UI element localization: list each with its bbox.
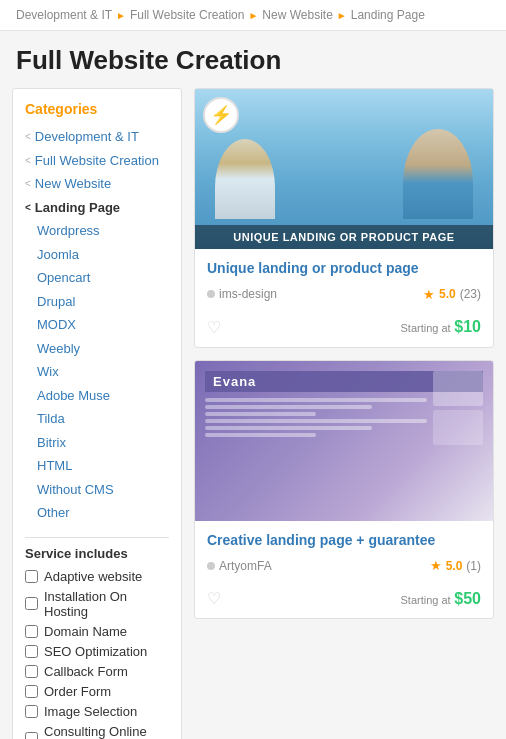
sidebar-item-newwebsite-label: New Website xyxy=(35,174,111,194)
star-2-icon: ★ xyxy=(430,558,442,573)
categories-title: Categories xyxy=(25,101,169,117)
card-2-author: ArtyomFA xyxy=(207,559,272,573)
sidebar-item-bitrix[interactable]: Bitrix xyxy=(37,431,169,455)
breadcrumb-landingpage[interactable]: Landing Page xyxy=(351,8,425,22)
mock-line-1 xyxy=(205,398,427,402)
checkbox-seo[interactable]: SEO Optimization xyxy=(25,644,169,659)
author-dot-icon xyxy=(207,290,215,298)
page-header: Full Website Creation xyxy=(0,31,506,88)
card-1: ⚡ UNIQUE LANDING OR PRODUCT PAGE Unique … xyxy=(194,88,494,348)
checkbox-orderform-input[interactable] xyxy=(25,685,38,698)
breadcrumb-fullwebsite[interactable]: Full Website Creation xyxy=(130,8,245,22)
author-dot-2-icon xyxy=(207,562,215,570)
breadcrumb: Development & IT ► Full Website Creation… xyxy=(0,0,506,31)
checkbox-callback-input[interactable] xyxy=(25,665,38,678)
sidebar-item-development-label: Development & IT xyxy=(35,127,139,147)
checkbox-seo-label: SEO Optimization xyxy=(44,644,147,659)
sidebar-item-adobemuse[interactable]: Adobe Muse xyxy=(37,384,169,408)
checkbox-domain[interactable]: Domain Name xyxy=(25,624,169,639)
checkbox-consulting[interactable]: Consulting Online Experts xyxy=(25,724,169,740)
card-2-price-block: Starting at $50 xyxy=(401,590,481,608)
mock-line-6 xyxy=(205,433,316,437)
page-title: Full Website Creation xyxy=(16,45,490,76)
card-2-title[interactable]: Creative landing page + guarantee xyxy=(207,531,481,551)
breadcrumb-sep-3: ► xyxy=(337,10,347,21)
sidebar-item-fullwebsite[interactable]: < Full Website Creation xyxy=(25,149,169,173)
sidebar-item-wordpress[interactable]: Wordpress xyxy=(37,219,169,243)
service-checkbox-list: Adaptive website Installation On Hosting… xyxy=(25,569,169,740)
checkbox-installation-input[interactable] xyxy=(25,597,38,610)
sidebar-item-joomla[interactable]: Joomla xyxy=(37,243,169,267)
breadcrumb-development[interactable]: Development & IT xyxy=(16,8,112,22)
card-2-author-name[interactable]: ArtyomFA xyxy=(219,559,272,573)
card-1-price-block: Starting at $10 xyxy=(401,318,481,336)
checkbox-seo-input[interactable] xyxy=(25,645,38,658)
sidebar-item-other[interactable]: Other xyxy=(37,501,169,525)
checkbox-domain-input[interactable] xyxy=(25,625,38,638)
sidebar-item-wix[interactable]: Wix xyxy=(37,360,169,384)
checkbox-imageselection[interactable]: Image Selection xyxy=(25,704,169,719)
card-1-starting-at-label: Starting at xyxy=(401,322,451,334)
checkbox-adaptive[interactable]: Adaptive website xyxy=(25,569,169,584)
sidebar-item-fullwebsite-label: Full Website Creation xyxy=(35,151,159,171)
checkbox-callback[interactable]: Callback Form xyxy=(25,664,169,679)
sidebar-item-drupal[interactable]: Drupal xyxy=(37,290,169,314)
card-1-image: ⚡ UNIQUE LANDING OR PRODUCT PAGE xyxy=(195,89,493,249)
checkbox-adaptive-label: Adaptive website xyxy=(44,569,142,584)
checkbox-consulting-label: Consulting Online Experts xyxy=(44,724,169,740)
sidebar-divider xyxy=(25,537,169,538)
sidebar-item-tilda[interactable]: Tilda xyxy=(37,407,169,431)
card-1-price: $10 xyxy=(454,318,481,335)
card-1-rating-count: (23) xyxy=(460,287,481,301)
checkbox-imageselection-input[interactable] xyxy=(25,705,38,718)
card-2-body: Creative landing page + guarantee Artyom… xyxy=(195,521,493,584)
card-1-author: ims-design xyxy=(207,287,277,301)
star-icon: ★ xyxy=(423,287,435,302)
checkbox-installation[interactable]: Installation On Hosting xyxy=(25,589,169,619)
sidebar-nav: < Development & IT < Full Website Creati… xyxy=(25,125,169,525)
mock-line-5 xyxy=(205,426,372,430)
breadcrumb-sep-2: ► xyxy=(248,10,258,21)
card-1-title[interactable]: Unique landing or product page xyxy=(207,259,481,279)
checkbox-adaptive-input[interactable] xyxy=(25,570,38,583)
card-1-author-name[interactable]: ims-design xyxy=(219,287,277,301)
lightning-icon: ⚡ xyxy=(203,97,239,133)
checkbox-callback-label: Callback Form xyxy=(44,664,128,679)
service-includes-title: Service includes xyxy=(25,546,169,561)
card-2: Evana Creative landing page + guarantee xyxy=(194,360,494,620)
chevron-newwebsite-icon: < xyxy=(25,176,31,191)
checkbox-consulting-input[interactable] xyxy=(25,732,38,739)
sidebar-item-landingpage-label: Landing Page xyxy=(35,198,120,218)
card-2-footer: ♡ Starting at $50 xyxy=(195,583,493,618)
sidebar-item-html[interactable]: HTML xyxy=(37,454,169,478)
card-2-rating: ★ 5.0 (1) xyxy=(430,558,481,573)
main-layout: Categories < Development & IT < Full Web… xyxy=(0,88,506,739)
sidebar-item-landingpage[interactable]: < Landing Page xyxy=(25,196,169,220)
card-2-price: $50 xyxy=(454,590,481,607)
sidebar-item-newwebsite[interactable]: < New Website xyxy=(25,172,169,196)
sidebar-item-modx[interactable]: MODX xyxy=(37,313,169,337)
mock-line-4 xyxy=(205,419,427,423)
mock-line-2 xyxy=(205,405,372,409)
card-1-body: Unique landing or product page ims-desig… xyxy=(195,249,493,312)
mock-line-3 xyxy=(205,412,316,416)
cards-area: ⚡ UNIQUE LANDING OR PRODUCT PAGE Unique … xyxy=(194,88,494,739)
checkbox-imageselection-label: Image Selection xyxy=(44,704,137,719)
sidebar-item-opencart[interactable]: Opencart xyxy=(37,266,169,290)
chevron-development-icon: < xyxy=(25,129,31,144)
sidebar-item-weebly[interactable]: Weebly xyxy=(37,337,169,361)
card-2-favorite-button[interactable]: ♡ xyxy=(207,589,221,608)
breadcrumb-newwebsite[interactable]: New Website xyxy=(262,8,332,22)
card-1-favorite-button[interactable]: ♡ xyxy=(207,318,221,337)
checkbox-orderform-label: Order Form xyxy=(44,684,111,699)
card-2-rating-count: (1) xyxy=(466,559,481,573)
chevron-landingpage-icon: < xyxy=(25,200,31,215)
checkbox-orderform[interactable]: Order Form xyxy=(25,684,169,699)
checkbox-domain-label: Domain Name xyxy=(44,624,127,639)
chevron-fullwebsite-icon: < xyxy=(25,153,31,168)
sidebar-item-withoutcms[interactable]: Without CMS xyxy=(37,478,169,502)
card-2-meta: ArtyomFA ★ 5.0 (1) xyxy=(207,558,481,573)
sidebar-item-development[interactable]: < Development & IT xyxy=(25,125,169,149)
card-1-rating-value: 5.0 xyxy=(439,287,456,301)
card-2-image: Evana xyxy=(195,361,493,521)
